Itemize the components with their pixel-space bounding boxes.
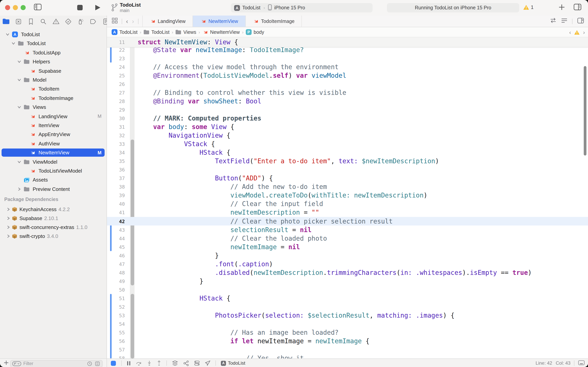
package-item-swift-concurrency-extras[interactable]: swift-concurrency-extras1.1.0	[1, 223, 105, 231]
vertical-scrollbar[interactable]	[584, 66, 587, 156]
simulate-location-icon[interactable]	[205, 360, 210, 366]
line-number[interactable]: 52	[107, 304, 125, 310]
code-line-48[interactable]: 48 .disabled(newItemDescription.trimming…	[107, 268, 588, 277]
add-button[interactable]	[558, 4, 565, 12]
sidebar-item-landingview[interactable]: LandingViewM	[1, 112, 105, 120]
sidebar-item-todolistviewmodel[interactable]: TodoListViewModel	[1, 167, 105, 175]
disclosure-chevron-down-icon[interactable]	[17, 159, 21, 165]
line-number[interactable]: 53	[107, 313, 125, 318]
line-number[interactable]: 43	[107, 227, 125, 233]
code-line-55[interactable]: 55 // Has an image been loaded?	[107, 328, 588, 337]
memory-graph-icon[interactable]	[183, 360, 189, 366]
code-line-25[interactable]: 25 @Environment(TodoListViewModel.self) …	[107, 71, 588, 80]
stop-button[interactable]	[77, 4, 83, 12]
breadcrumb-body[interactable]: Pbody	[246, 29, 264, 35]
code-line-54[interactable]: 54	[107, 320, 588, 328]
line-number[interactable]: 51	[107, 295, 125, 301]
code-line-40[interactable]: 40 // Clear the input field	[107, 200, 588, 209]
source-control-icon[interactable]	[15, 18, 22, 25]
disclosure-chevron-right-icon[interactable]	[6, 224, 10, 230]
previous-issue-icon[interactable]: ‹	[569, 29, 571, 35]
line-number[interactable]: 38	[107, 184, 125, 190]
filter-field[interactable]: Filter	[10, 360, 103, 367]
line-number[interactable]: 25	[107, 73, 125, 78]
scm-filter-icon[interactable]	[95, 361, 100, 366]
toggle-right-sidebar-icon[interactable]	[573, 3, 582, 12]
code-line-23[interactable]: 23	[107, 54, 588, 63]
debug-icon[interactable]	[77, 18, 84, 25]
filter-options-icon[interactable]	[12, 361, 21, 366]
sidebar-item-views[interactable]: Views	[1, 103, 105, 111]
code-line-30[interactable]: 30 // MARK: Computed properties	[107, 114, 588, 123]
code-line-53[interactable]: 53 PhotosPicker(selection: $selectionRes…	[107, 311, 588, 320]
code-line-43[interactable]: 43 selectionResult = nil	[107, 225, 588, 234]
sidebar-item-todolist[interactable]: ATodoList	[1, 30, 105, 39]
sidebar-item-supabase[interactable]: Supabase	[1, 67, 105, 75]
sidebar-item-todolistapp[interactable]: TodoListApp	[1, 49, 105, 57]
debug-session-app[interactable]: ATodoList	[221, 360, 245, 366]
pause-icon[interactable]	[127, 361, 131, 366]
code-line-28[interactable]: 28 @Binding var showSheet: Bool	[107, 97, 588, 106]
line-number[interactable]: 44	[107, 235, 125, 241]
code-line-37[interactable]: 37 Button("ADD") {	[107, 174, 588, 183]
disclosure-chevron-down-icon[interactable]	[17, 77, 21, 83]
sidebar-item-viewmodel[interactable]: ViewModel	[1, 158, 105, 166]
line-number[interactable]: 49	[107, 278, 125, 284]
code-review-icon[interactable]	[550, 17, 556, 25]
code-line-42[interactable]: 42 // Clear the photo picker selection r…	[107, 217, 588, 225]
sidebar-item-todoitemimage[interactable]: TodoItemImage	[1, 94, 105, 102]
disclosure-chevron-right-icon[interactable]	[6, 233, 10, 239]
code-line-36[interactable]: 36	[107, 166, 588, 174]
code-line-58[interactable]: 58 // Yes, show it	[107, 354, 588, 359]
sidebar-item-itemview[interactable]: ItemView	[1, 121, 105, 129]
code-line-44[interactable]: 44 // Clear the loaded photo	[107, 234, 588, 242]
code-line-52[interactable]: 52	[107, 303, 588, 311]
line-number[interactable]: 33	[107, 141, 125, 147]
line-number[interactable]: 35	[107, 158, 125, 164]
breakpoints-icon[interactable]	[89, 18, 97, 25]
activity-status[interactable]: Running TodoList on iPhone 15 Pro	[387, 3, 519, 12]
sidebar-item-assets[interactable]: Assets	[1, 176, 105, 184]
package-item-supabase[interactable]: Supabase2.10.1	[1, 214, 105, 222]
line-number[interactable]: 40	[107, 201, 125, 207]
tab-landingview[interactable]: LandingView	[142, 16, 193, 27]
line-number[interactable]: 29	[107, 107, 125, 113]
code-line-39[interactable]: 39 viewModel.createToDo(withTitle: newIt…	[107, 191, 588, 200]
line-number[interactable]: 48	[107, 270, 125, 276]
package-item-swift-crypto[interactable]: swift-crypto3.4.0	[1, 232, 105, 240]
find-icon[interactable]	[40, 18, 47, 25]
environment-overrides-icon[interactable]	[194, 360, 200, 366]
warning-counter[interactable]: 1	[523, 5, 534, 10]
toggle-left-sidebar-icon[interactable]	[34, 3, 42, 12]
code-line-50[interactable]: 50	[107, 285, 588, 294]
line-number[interactable]: 45	[107, 244, 125, 250]
line-number[interactable]: 28	[107, 98, 125, 104]
disclosure-chevron-right-icon[interactable]	[6, 215, 10, 221]
code-line-49[interactable]: 49 }	[107, 277, 588, 285]
minimize-window-button[interactable]	[13, 5, 18, 10]
code-line-41[interactable]: 41 newItemDescription = ""	[107, 209, 588, 217]
bookmarks-icon[interactable]	[27, 18, 35, 25]
sidebar-item-todoitem[interactable]: TodoItem	[1, 85, 105, 93]
step-into-icon[interactable]	[147, 360, 152, 366]
line-number[interactable]: 56	[107, 338, 125, 344]
line-number[interactable]: 57	[107, 347, 125, 353]
scheme-device-label[interactable]: iPhone 15 Pro	[274, 5, 305, 10]
tab-newitemview[interactable]: NewItemView	[193, 16, 245, 27]
line-number[interactable]: 34	[107, 150, 125, 156]
related-items-icon[interactable]	[112, 17, 118, 25]
source-editor[interactable]: 22 @State var newItemImage: TodoItemImag…	[107, 37, 588, 359]
package-item-keychainaccess[interactable]: KeychainAccess4.2.2	[1, 205, 105, 213]
step-out-icon[interactable]	[157, 360, 161, 366]
line-number[interactable]: 50	[107, 287, 125, 293]
breadcrumb-views[interactable]: Views	[176, 29, 196, 35]
line-number[interactable]: 30	[107, 116, 125, 121]
sidebar-item-helpers[interactable]: Helpers	[1, 58, 105, 66]
line-number[interactable]: 58	[107, 356, 125, 359]
sidebar-item-todolist[interactable]: TodoList	[1, 40, 105, 48]
code-line-47[interactable]: 47 .font(.caption)	[107, 260, 588, 268]
line-number[interactable]: 27	[107, 90, 125, 96]
code-line-32[interactable]: 32 NavigationView {	[107, 131, 588, 140]
line-number[interactable]: 47	[107, 261, 125, 267]
code-line-26[interactable]: 26	[107, 80, 588, 88]
